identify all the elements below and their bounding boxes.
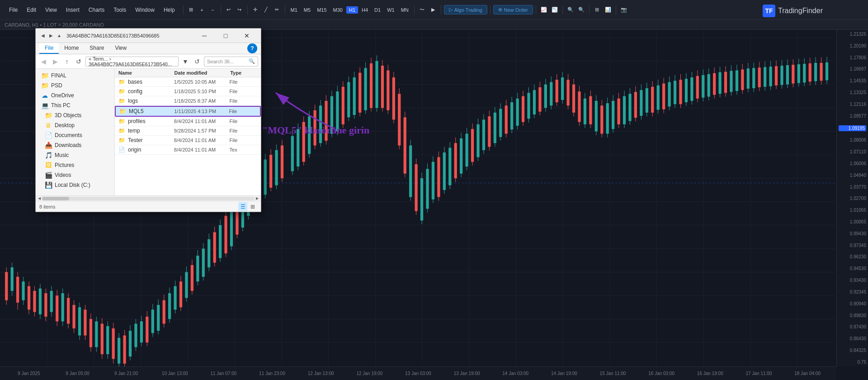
scroll-thumb[interactable]	[42, 197, 69, 200]
algo-trading-btn[interactable]: ▷ Algo Trading	[444, 5, 487, 14]
price-1.16697: 1.16697	[839, 66, 866, 71]
logo-text: TradingFinder	[778, 7, 823, 15]
nav-item-this-pc[interactable]: 💻 This PC	[36, 100, 114, 110]
screenshot-btn[interactable]: 📷	[619, 5, 629, 15]
price-1.06006: 1.06006	[839, 161, 866, 166]
col-header-type[interactable]: Type	[230, 70, 257, 76]
tf-d1[interactable]: D1	[372, 6, 383, 14]
menu-insert[interactable]: Insert	[64, 6, 81, 14]
minimize-btn[interactable]: ─	[194, 28, 215, 43]
file-row-logs[interactable]: 📁 logs 1/18/2025 8:37 AM File	[115, 96, 261, 106]
zoom-out-btn[interactable]: 🔍	[576, 5, 586, 15]
file-row-mql5[interactable]: 📁 MQL5 1/11/2025 4:13 PM File	[115, 106, 261, 117]
menu-tools[interactable]: Tools	[112, 6, 128, 14]
redo-btn[interactable]: ↪	[235, 5, 245, 15]
titlebar-forward-btn[interactable]: ▶	[47, 32, 55, 39]
nav-item-onedrive[interactable]: ☁ OneDrive	[36, 90, 114, 100]
plus-btn[interactable]: +	[197, 5, 207, 15]
nav-item-videos[interactable]: 🎬 Videos	[36, 170, 114, 180]
ribbon-tab-home[interactable]: Home	[59, 43, 84, 54]
menu-file[interactable]: File	[7, 6, 19, 14]
titlebar-up-btn[interactable]: ▲	[56, 32, 63, 39]
forward-nav-btn[interactable]: ▶	[50, 57, 60, 66]
top-toolbar: File Edit View Insert Charts Tools Windo…	[0, 0, 868, 20]
nav-item-music[interactable]: 🎵 Music	[36, 150, 114, 160]
toolbar-separator-5	[414, 5, 415, 14]
nav-item-final[interactable]: 📁 FINAL	[36, 71, 114, 81]
tf-h4[interactable]: H4	[359, 6, 371, 14]
sell-btn[interactable]: 📉	[550, 5, 560, 15]
file-row-profiles[interactable]: 📁 profiles 8/4/2024 11:01 AM File	[115, 117, 261, 126]
price-0.96230: 0.96230	[839, 254, 866, 259]
maximize-btn[interactable]: □	[215, 28, 236, 43]
search-box[interactable]: Search 36... 🔍	[204, 57, 258, 66]
scroll-right-btn[interactable]: ▶	[255, 196, 260, 201]
price-1.07110: 1.07110	[839, 149, 866, 154]
crosshair-btn[interactable]: ✛	[250, 5, 260, 15]
tf-m15[interactable]: M15	[314, 6, 329, 14]
tf-w1[interactable]: W1	[384, 6, 397, 14]
close-btn[interactable]: ✕	[236, 28, 257, 43]
up-nav-btn[interactable]: ↑	[62, 57, 72, 66]
folder-icon-mql5: 📁	[119, 108, 126, 114]
address-dropdown-btn[interactable]: ▼	[180, 57, 190, 66]
menu-help[interactable]: Help	[162, 6, 177, 14]
price-1.12116: 1.12116	[839, 102, 866, 107]
file-row-tester[interactable]: 📁 Tester 8/4/2024 11:01 AM File	[115, 136, 261, 145]
new-order-icon: ⊕	[498, 7, 502, 13]
chart-btn[interactable]: 📊	[603, 5, 613, 15]
new-order-btn[interactable]: ⊕ New Order	[493, 5, 533, 14]
tf-h1[interactable]: H1	[346, 6, 358, 14]
address-refresh-btn[interactable]: ↺	[192, 57, 202, 66]
file-list-header[interactable]: Name Date modified Type	[115, 69, 261, 77]
undo-btn[interactable]: ↩	[224, 5, 234, 15]
file-row-origin[interactable]: 📄 origin 8/4/2024 11:01 AM Tex	[115, 145, 261, 155]
horizontal-scrollbar[interactable]: ◀ ▶	[36, 195, 261, 201]
buy-btn[interactable]: 📈	[539, 5, 549, 15]
file-row-temp[interactable]: 📁 temp 9/28/2024 1:57 PM File	[115, 126, 261, 136]
menu-charts[interactable]: Charts	[87, 6, 106, 14]
scroll-track[interactable]	[42, 197, 255, 200]
zoom-in-btn[interactable]: 🔍	[566, 5, 576, 15]
file-date-mql5: 1/11/2025 4:13 PM	[174, 109, 229, 114]
search-icon[interactable]: 🔍	[249, 58, 255, 64]
grid-btn[interactable]: ⊞	[592, 5, 602, 15]
nav-item-documents[interactable]: 📄 Documents	[36, 130, 114, 140]
menu-window[interactable]: Window	[133, 6, 156, 14]
file-name-origin: 📄 origin	[118, 147, 174, 153]
list-view-btn[interactable]: ☰	[238, 202, 247, 211]
nav-item-pictures[interactable]: 🖼 Pictures	[36, 160, 114, 170]
menu-view[interactable]: View	[43, 6, 59, 14]
menu-edit[interactable]: Edit	[25, 6, 38, 14]
file-row-config[interactable]: 📁 config 1/18/2025 5:10 PM File	[115, 87, 261, 96]
scroll-left-btn[interactable]: ◀	[37, 196, 42, 201]
col-header-name[interactable]: Name	[118, 70, 173, 76]
new-chart-btn[interactable]: ⊞	[186, 5, 196, 15]
ribbon-tab-share[interactable]: Share	[84, 43, 109, 54]
draw-btn[interactable]: ✏	[272, 5, 282, 15]
nav-item-3d-objects[interactable]: 📁 3D Objects	[36, 110, 114, 120]
price-1.08006: 1.08006	[839, 138, 866, 142]
nav-item-local-disk[interactable]: 💾 Local Disk (C:)	[36, 180, 114, 190]
ribbon-tab-file[interactable]: File	[39, 43, 59, 54]
col-header-date[interactable]: Date modified	[175, 70, 229, 76]
minus-btn[interactable]: −	[208, 5, 218, 15]
nav-item-psd[interactable]: 📁 PSD	[36, 81, 114, 90]
file-row-bases[interactable]: 📁 bases 1/5/2025 10:05 AM File	[115, 77, 261, 87]
grid-view-btn[interactable]: ⊞	[248, 202, 257, 211]
refresh-nav-btn[interactable]: ↺	[74, 57, 84, 66]
address-path[interactable]: « Term... › 36A64B8C79A6163D85E6173B540.…	[85, 57, 179, 66]
tf-m30[interactable]: M30	[330, 6, 345, 14]
ribbon-tab-view[interactable]: View	[109, 43, 132, 54]
line-btn[interactable]: ╱	[261, 5, 271, 15]
tf-m1[interactable]: M1	[288, 6, 300, 14]
back-nav-btn[interactable]: ◀	[38, 57, 48, 66]
nav-item-desktop[interactable]: 🖥 Desktop	[36, 120, 114, 130]
tf-m5[interactable]: M5	[301, 6, 313, 14]
help-btn[interactable]: ?	[247, 43, 257, 53]
titlebar-back-btn[interactable]: ◀	[39, 32, 47, 39]
tf-mn[interactable]: MN	[398, 6, 411, 14]
play-btn[interactable]: ▶	[428, 5, 438, 15]
nav-item-downloads[interactable]: 📥 Downloads	[36, 140, 114, 150]
wave-btn[interactable]: 〜	[417, 5, 427, 15]
